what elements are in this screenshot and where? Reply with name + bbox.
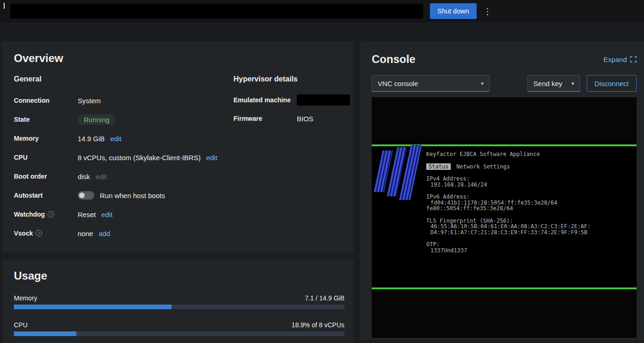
redacted-vm-title bbox=[10, 4, 423, 19]
row-cpu: CPU 8 vCPUs, custom (Skylake-Client-IBRS… bbox=[14, 151, 233, 163]
general-section: General Connection System State Running … bbox=[14, 75, 233, 246]
page-content: Overview General Connection System State… bbox=[0, 22, 644, 343]
usage-title: Usage bbox=[14, 269, 344, 282]
row-watchdog: Watchdog ? Reset edit bbox=[14, 208, 233, 220]
ejbca-logo-art bbox=[375, 145, 418, 201]
masthead: Shut down ⋮ bbox=[0, 0, 644, 22]
memory-progress-fill bbox=[14, 305, 172, 309]
chevron-down-icon: ▾ bbox=[571, 81, 574, 87]
text-cursor-artifact bbox=[4, 3, 5, 9]
vsock-help-icon[interactable]: ? bbox=[36, 230, 42, 237]
general-heading: General bbox=[14, 75, 233, 83]
console-type-selected: VNC console bbox=[378, 80, 418, 87]
otp-label: OTP: bbox=[426, 242, 637, 248]
connection-value: System bbox=[78, 97, 101, 105]
expand-button[interactable]: Expand bbox=[603, 56, 637, 63]
row-emulated-machine: Emulated machine bbox=[233, 94, 350, 106]
row-autostart: Autostart Run when host boots bbox=[14, 189, 233, 201]
overview-title: Overview bbox=[14, 52, 344, 65]
hypervisor-heading: Hypervisor details bbox=[233, 75, 350, 83]
row-state: State Running bbox=[14, 113, 233, 125]
usage-cpu-value: 18.9% of 8 vCPUs bbox=[292, 321, 344, 329]
state-badge: Running bbox=[78, 114, 116, 125]
memory-label: Memory bbox=[14, 135, 78, 142]
toggle-knob bbox=[79, 193, 85, 198]
send-key-label: Send key bbox=[534, 80, 563, 87]
left-column: Overview General Connection System State… bbox=[2, 42, 354, 343]
overview-card: Overview General Connection System State… bbox=[2, 42, 354, 253]
ipv6-label: IPv6 Address: bbox=[426, 194, 637, 200]
tls-fingerprint-block: TLS Fingerprint (SHA-256): 46:55:A6:10:5… bbox=[426, 218, 637, 236]
vm-console-content: Keyfactor EJBCA Software Appliance Statu… bbox=[372, 146, 637, 287]
expand-label: Expand bbox=[603, 56, 627, 63]
console-card: Console Expand VNC console ▾ Send key ▾ … bbox=[360, 42, 644, 340]
vnc-console-screen[interactable]: Keyfactor EJBCA Software Appliance Statu… bbox=[372, 97, 637, 338]
cpu-progress-fill bbox=[14, 331, 76, 336]
tls-fingerprint-2: D4:97:E1:A7:C7:21:28:C3:E9:FF:33:74:2E:9… bbox=[426, 230, 637, 236]
autostart-label: Autostart bbox=[14, 192, 78, 199]
boot-order-value: disk bbox=[78, 173, 90, 181]
memory-edit-link[interactable]: edit bbox=[110, 135, 121, 143]
row-vsock: Vsock ? none add bbox=[14, 227, 233, 239]
hypervisor-section: Hypervisor details Emulated machine Firm… bbox=[233, 75, 350, 246]
cpu-progress-bar bbox=[14, 331, 344, 336]
console-toolbar: VNC console ▾ Send key ▾ Disconnect bbox=[372, 75, 637, 92]
row-boot-order: Boot order disk edit bbox=[14, 170, 233, 182]
console-tabs: Status Network Settings bbox=[426, 163, 637, 170]
row-connection: Connection System bbox=[14, 94, 233, 106]
console-type-select[interactable]: VNC console ▾ bbox=[372, 75, 490, 92]
ipv4-block: IPv4 Address: 192.168.28.146/24 bbox=[426, 176, 637, 187]
boot-order-edit-link[interactable]: edit bbox=[96, 173, 107, 181]
tls-fingerprint-1: 46:55:A6:10:5B:04:61:E0:AA:08:A3:C2:C3:E… bbox=[426, 224, 637, 230]
watchdog-label: Watchdog bbox=[14, 211, 45, 218]
watchdog-help-icon[interactable]: ? bbox=[48, 211, 54, 218]
emulated-machine-label: Emulated machine bbox=[233, 96, 297, 104]
firmware-value: BIOS bbox=[297, 115, 313, 123]
watchdog-edit-link[interactable]: edit bbox=[101, 211, 112, 218]
usage-memory-value: 7.1 / 14.9 GiB bbox=[305, 294, 344, 302]
console-bottom-divider bbox=[372, 287, 637, 289]
vsock-value: none bbox=[78, 230, 93, 237]
autostart-toggle[interactable] bbox=[78, 191, 94, 200]
redacted-emulated-machine-value bbox=[297, 94, 350, 106]
console-app-title: Keyfactor EJBCA Software Appliance bbox=[426, 151, 637, 157]
cpu-value: 8 vCPUs, custom (Skylake-Client-IBRS) bbox=[78, 154, 201, 162]
usage-cpu-header: CPU 18.9% of 8 vCPUs bbox=[14, 321, 344, 329]
cpu-edit-link[interactable]: edit bbox=[206, 154, 217, 162]
cpu-label: CPU bbox=[14, 154, 78, 161]
vm-display: Keyfactor EJBCA Software Appliance Statu… bbox=[372, 144, 637, 289]
console-title: Console bbox=[372, 53, 416, 66]
console-tab-network-settings: Network Settings bbox=[456, 164, 510, 170]
expand-icon bbox=[630, 56, 637, 62]
kebab-menu-icon[interactable]: ⋮ bbox=[482, 6, 493, 17]
memory-progress-bar bbox=[14, 305, 344, 309]
usage-memory-label: Memory bbox=[14, 294, 37, 302]
connection-label: Connection bbox=[14, 97, 78, 104]
boot-order-label: Boot order bbox=[14, 173, 78, 180]
otp-value: 1337Und1337 bbox=[426, 248, 637, 254]
ipv4-label: IPv4 Address: bbox=[426, 176, 637, 182]
disconnect-button[interactable]: Disconnect bbox=[587, 75, 637, 92]
console-tab-status: Status bbox=[426, 163, 451, 170]
ipv6-block: IPv6 Address: fd04:41b1:1170:28:5054:ff:… bbox=[426, 194, 637, 212]
watchdog-value: Reset bbox=[78, 211, 96, 218]
otp-block: OTP: 1337Und1337 bbox=[426, 242, 637, 253]
vsock-add-link[interactable]: add bbox=[98, 230, 110, 237]
chevron-down-icon: ▾ bbox=[481, 81, 484, 87]
usage-cpu-label: CPU bbox=[14, 321, 28, 329]
shutdown-button[interactable]: Shut down bbox=[430, 3, 477, 19]
memory-value: 14.9 GiB bbox=[78, 135, 104, 143]
row-memory: Memory 14.9 GiB edit bbox=[14, 132, 233, 144]
firmware-label: Firmware bbox=[233, 115, 297, 122]
row-firmware: Firmware BIOS bbox=[233, 113, 350, 124]
ipv4-address: 192.168.28.146/24 bbox=[426, 182, 637, 188]
ipv6-address-2: fe80::5054:ff:fe35:3e28/64 bbox=[426, 206, 637, 212]
send-key-dropdown[interactable]: Send key ▾ bbox=[527, 75, 580, 92]
usage-memory-header: Memory 7.1 / 14.9 GiB bbox=[14, 294, 344, 302]
state-label: State bbox=[14, 116, 78, 123]
vsock-label: Vsock bbox=[14, 230, 33, 237]
autostart-description: Run when host boots bbox=[100, 192, 165, 200]
usage-card: Usage Memory 7.1 / 14.9 GiB CPU 18.9% of… bbox=[2, 259, 354, 343]
